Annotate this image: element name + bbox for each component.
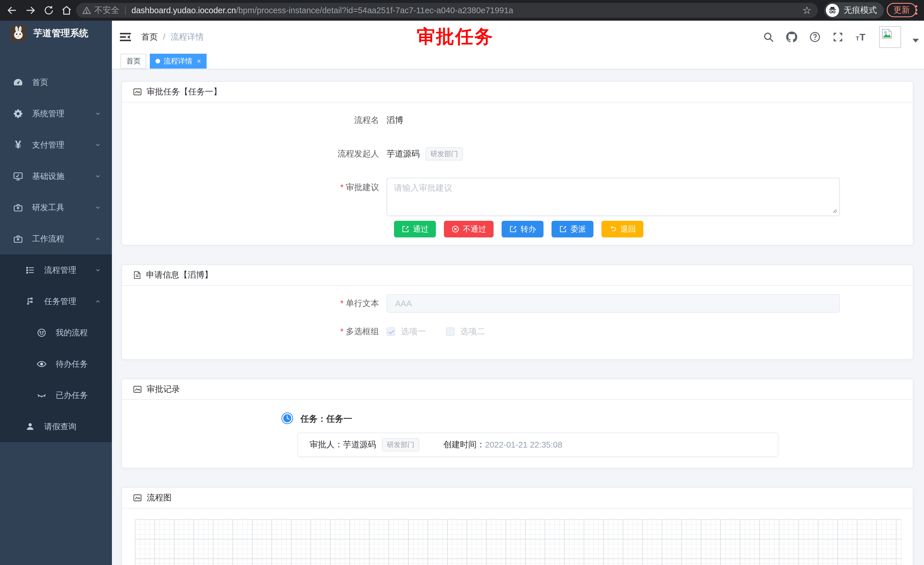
app-logo: 芋道管理系统 xyxy=(0,21,112,46)
help-icon[interactable] xyxy=(809,31,821,43)
single-line-text-input xyxy=(387,294,840,313)
sidebar: 芋道管理系统 首页 系统管理 ¥ 支付管理 基础设施 研发工具 工 xyxy=(0,21,112,565)
field-label-required: 审批建议 xyxy=(300,178,387,193)
monitor-icon xyxy=(12,171,24,182)
fold-menu-icon xyxy=(119,30,132,44)
close-icon[interactable]: × xyxy=(197,57,201,65)
approve-button[interactable]: 通过 xyxy=(394,221,436,237)
suggestion-textarea[interactable] xyxy=(387,178,840,216)
github-icon[interactable] xyxy=(786,31,798,43)
tag-home[interactable]: 首页 xyxy=(120,54,146,69)
breadcrumb-home-link[interactable]: 首页 xyxy=(141,31,158,43)
chevron-down-icon xyxy=(95,173,101,179)
sidebar-menu: 首页 系统管理 ¥ 支付管理 基础设施 研发工具 工作流程 xyxy=(0,67,112,442)
fullscreen-icon[interactable] xyxy=(832,31,844,43)
browser-menu-button[interactable] xyxy=(915,5,917,15)
document-icon xyxy=(133,270,141,279)
browser-chrome: 不安全 dashboard.yudao.iocoder.cn /bpm/proc… xyxy=(0,0,924,21)
sidebar-item-leave-query[interactable]: 请假查询 xyxy=(0,411,112,442)
gear-icon xyxy=(12,108,24,119)
sidebar-item-home[interactable]: 首页 xyxy=(0,67,112,98)
browser-update-button[interactable]: 更新 xyxy=(887,3,916,17)
browser-forward-button[interactable] xyxy=(24,4,37,17)
browser-back-button[interactable] xyxy=(6,4,18,17)
timeline-clock-icon xyxy=(281,412,293,424)
delegate-button[interactable]: 委派 xyxy=(552,221,593,237)
card-body: 单行文本 多选框组 选项一 选项二 xyxy=(122,286,913,337)
tag-process-detail[interactable]: 流程详情 × xyxy=(150,54,207,69)
reject-button[interactable]: 不通过 xyxy=(444,221,494,237)
sidebar-item-label: 研发工具 xyxy=(32,202,64,213)
sidebar-item-workflow[interactable]: 工作流程 xyxy=(0,223,112,254)
approver-value: 芋道源码 xyxy=(343,439,376,451)
sidebar-item-label: 工作流程 xyxy=(32,233,64,244)
sidebar-item-label: 系统管理 xyxy=(32,108,64,119)
incognito-label: 无痕模式 xyxy=(844,5,877,16)
chevron-down-icon xyxy=(95,204,101,211)
chevron-down-icon xyxy=(95,267,101,273)
tags-view: 首页 流程详情 × xyxy=(112,53,924,69)
sidebar-item-todo-tasks[interactable]: 待办任务 xyxy=(0,348,112,380)
sidebar-item-devtools[interactable]: 研发工具 xyxy=(0,192,112,223)
sidebar-item-label: 基础设施 xyxy=(32,171,64,182)
edit-icon xyxy=(402,225,410,233)
face-icon xyxy=(36,328,48,338)
picture-icon xyxy=(133,385,142,394)
dashboard-icon xyxy=(12,77,24,87)
sidebar-item-infra[interactable]: 基础设施 xyxy=(0,161,112,192)
sidebar-collapse-button[interactable] xyxy=(119,30,132,44)
button-label: 通过 xyxy=(413,224,428,234)
field-label-required: 单行文本 xyxy=(300,298,387,309)
sidebar-item-done-tasks[interactable]: 已办任务 xyxy=(0,380,112,411)
bpmn-canvas[interactable] xyxy=(135,519,902,565)
tree-list-icon xyxy=(24,265,36,275)
font-size-icon[interactable]: TT xyxy=(855,31,868,43)
avatar[interactable] xyxy=(879,26,901,48)
transfer-button[interactable]: 转办 xyxy=(502,221,543,237)
security-label: 不安全 xyxy=(94,5,119,16)
sidebar-item-task-mgmt[interactable]: 任务管理 xyxy=(0,286,112,317)
svg-text:T: T xyxy=(856,35,859,41)
sidebar-item-system[interactable]: 系统管理 xyxy=(0,98,112,129)
circle-close-icon xyxy=(452,225,459,233)
update-label: 更新 xyxy=(893,4,910,16)
address-bar[interactable]: 不安全 dashboard.yudao.iocoder.cn /bpm/proc… xyxy=(76,3,818,18)
button-label: 委派 xyxy=(570,224,586,234)
chevron-up-icon xyxy=(95,236,101,242)
sidebar-item-label: 待办任务 xyxy=(56,359,88,370)
sidebar-item-my-process[interactable]: 我的流程 xyxy=(0,317,112,348)
button-label: 不通过 xyxy=(463,224,486,234)
eye-open-icon xyxy=(36,359,48,369)
card-body: 任务：任务一 审批人： 芋道源码 研发部门 创建时间： 2022-01-21 2… xyxy=(122,400,913,468)
form-row-checkbox-group: 多选框组 选项一 选项二 xyxy=(300,326,913,337)
approver-label: 审批人： xyxy=(310,439,343,451)
bookmark-star-icon[interactable]: ☆ xyxy=(802,4,812,17)
breadcrumb-separator: / xyxy=(163,32,165,42)
checkbox-label: 选项二 xyxy=(460,326,485,337)
card-title: 流程图 xyxy=(147,492,172,503)
browser-home-button[interactable] xyxy=(60,4,73,17)
avatar-dropdown-caret[interactable] xyxy=(912,39,919,42)
card-header: 审批记录 xyxy=(122,379,913,400)
checkbox-label: 选项一 xyxy=(401,326,426,337)
resize-grip[interactable] xyxy=(832,208,838,214)
field-label: 流程发起人 xyxy=(300,148,387,159)
search-icon[interactable] xyxy=(763,31,774,43)
workflow-submenu: 流程管理 任务管理 我的流程 待办任务 已办任务 请假 xyxy=(0,254,112,442)
form-row-initiator: 流程发起人 芋道源码 研发部门 xyxy=(300,147,913,161)
return-button[interactable]: 退回 xyxy=(602,221,644,237)
svg-text:T: T xyxy=(860,32,865,42)
sidebar-item-payment[interactable]: ¥ 支付管理 xyxy=(0,129,112,161)
sidebar-item-label: 流程管理 xyxy=(44,265,76,276)
url-path: /bpm/process-instance/detail?id=54aa251f… xyxy=(236,6,802,15)
button-label: 退回 xyxy=(620,224,636,234)
tag-label: 首页 xyxy=(126,56,141,66)
picture-icon xyxy=(133,493,142,502)
approval-task-card: 审批任务【任务一】 流程名 滔博 流程发起人 芋道源码 研发部门 审批建议 xyxy=(122,81,914,245)
sidebar-item-process-mgmt[interactable]: 流程管理 xyxy=(0,254,112,286)
dept-tag: 研发部门 xyxy=(382,438,419,451)
browser-reload-button[interactable] xyxy=(42,4,55,17)
card-header: 流程图 xyxy=(122,488,913,508)
initiator-value: 芋道源码 xyxy=(387,148,420,159)
sidebar-item-label: 首页 xyxy=(32,77,48,88)
